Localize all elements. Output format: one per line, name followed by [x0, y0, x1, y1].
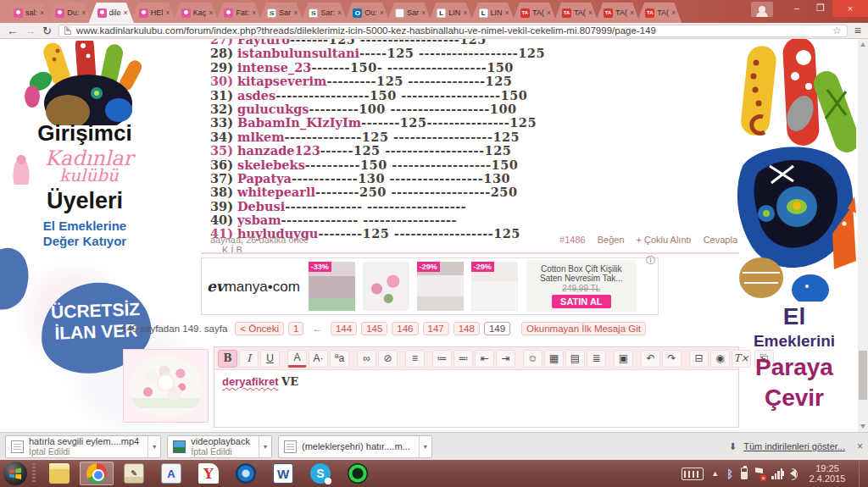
username-link[interactable]: kitapseverim [237, 74, 326, 88]
tab-close-icon[interactable]: × [40, 9, 44, 17]
download-item[interactable]: hatırla sevgili eylem....mp4 İptal Edild… [5, 435, 161, 458]
scrollbar-thumb[interactable] [859, 351, 867, 400]
download-item[interactable]: (meleklerşehri) hatır....m... ▾ [278, 435, 432, 458]
insert-media-button[interactable]: ▤ [565, 350, 585, 368]
tab-close-icon[interactable]: × [588, 9, 593, 17]
tab-close-icon[interactable]: × [337, 9, 342, 17]
username-link[interactable]: BabamIn_KIzIyIm [237, 115, 361, 130]
taskbar-document-icon[interactable]: A [154, 462, 188, 485]
download-menu-caret-icon[interactable]: ▾ [419, 436, 431, 457]
browser-tab[interactable]: Sar × [259, 3, 303, 23]
insert-quote-button[interactable]: ≣ [587, 350, 606, 368]
tab-close-icon[interactable]: × [81, 9, 86, 17]
maximize-button[interactable]: ❐ [809, 0, 832, 15]
tab-close-icon[interactable]: × [547, 9, 551, 17]
taskbar-notes-icon[interactable]: ✎ [117, 462, 151, 485]
tab-close-icon[interactable]: × [124, 9, 128, 17]
username-link[interactable]: intense_23 [237, 60, 311, 75]
taskbar-green-app-icon[interactable] [341, 462, 375, 485]
tab-close-icon[interactable]: × [421, 9, 426, 17]
like-button[interactable]: Beğen [598, 235, 625, 245]
font-family-button[interactable]: ªa [330, 350, 349, 368]
download-menu-caret-icon[interactable]: ▾ [147, 436, 160, 457]
browser-tab[interactable]: TA( × [554, 3, 598, 23]
browser-tab[interactable]: TA( × [512, 3, 557, 23]
download-menu-caret-icon[interactable]: ▾ [259, 436, 271, 457]
mention-link[interactable]: deryafikret [222, 375, 278, 388]
ad-product-thumb[interactable]: -29% [471, 262, 518, 311]
browser-tab[interactable]: Ou: × [344, 3, 390, 23]
page-scrollbar[interactable] [858, 39, 868, 432]
browser-tab[interactable]: Du: × [47, 3, 92, 23]
browser-tab[interactable]: LIN × [470, 3, 515, 23]
browser-tab[interactable]: Kaç × [173, 3, 220, 23]
ad-product-thumb[interactable] [363, 262, 409, 311]
tab-close-icon[interactable]: × [463, 9, 467, 17]
scroll-down-icon[interactable] [860, 424, 865, 429]
tab-close-icon[interactable]: × [630, 9, 634, 17]
username-link[interactable]: hanzade123 [237, 143, 320, 158]
download-item[interactable]: videoplayback İptal Edildi ▾ [167, 435, 272, 458]
tab-close-icon[interactable]: × [380, 9, 384, 17]
address-bar[interactable]: www.kadinlarkulubu.com/forum/index.php?t… [58, 25, 848, 37]
taskbar-clock[interactable]: 19:25 2.4.2015 [807, 463, 848, 484]
minimize-button[interactable]: – [785, 0, 809, 15]
insert-image-button[interactable]: ▦ [544, 350, 564, 368]
bulleted-list-button[interactable]: ≔ [432, 350, 452, 368]
unlink-button[interactable]: ⊘ [378, 350, 398, 368]
username-link[interactable]: Debusi [237, 199, 285, 213]
action-center-flag-icon[interactable] [755, 468, 764, 479]
username-link[interactable]: skelebeks [237, 158, 305, 172]
taskbar-skype-icon[interactable]: S [303, 462, 337, 485]
username-link[interactable]: istanbulunsultani [237, 46, 359, 60]
page-button[interactable]: ← [308, 323, 326, 335]
taskbar-yandex-icon[interactable]: Y [192, 462, 225, 485]
tab-close-icon[interactable]: × [209, 9, 213, 17]
bold-button[interactable]: B [218, 350, 237, 368]
profile-button[interactable] [751, 2, 773, 17]
ad-product-card[interactable]: Cotton Box Çift Kişilik Saten Nevresim T… [526, 261, 637, 312]
scroll-up-icon[interactable] [860, 42, 865, 47]
browser-tab[interactable]: HEl × [131, 3, 176, 23]
taskbar-media-player-icon[interactable] [229, 462, 263, 485]
camera-button[interactable]: ◉ [710, 350, 730, 368]
page-button[interactable]: < Önceki [235, 322, 284, 335]
username-link[interactable]: mlkem [237, 130, 284, 144]
page-button[interactable]: Okunmayan İlk Mesaja Git [521, 322, 646, 335]
redo-button[interactable]: ↷ [662, 350, 682, 368]
outdent-button[interactable]: ⇤ [475, 350, 494, 368]
start-button[interactable] [3, 462, 27, 485]
post-timestamp[interactable]: 26 dakika önce [246, 235, 309, 245]
reload-button[interactable]: ↻ [42, 25, 52, 36]
free-listing-banner-text[interactable]: ÜCRETSİZ İLAN VER [40, 298, 152, 345]
username-link[interactable]: Papatya [237, 171, 292, 185]
post-id-link[interactable]: #1486 [559, 235, 586, 245]
ad-banner[interactable]: evevmanya•commanya•com -33% [201, 257, 659, 315]
battery-icon[interactable] [741, 468, 748, 479]
volume-icon[interactable] [790, 469, 796, 478]
page-button[interactable]: 146 [392, 322, 418, 335]
font-size-button[interactable]: A· [309, 350, 328, 368]
username-link[interactable]: gulucukgs [237, 102, 309, 116]
user-avatar[interactable] [123, 349, 209, 423]
chrome-menu-icon[interactable]: ≡ [854, 24, 861, 37]
insert-link-button[interactable]: ∞ [357, 350, 376, 368]
tab-close-icon[interactable]: × [505, 9, 509, 17]
tab-close-icon[interactable]: × [252, 9, 256, 17]
ad-product-thumb[interactable]: -29% [417, 262, 464, 311]
tab-close-icon[interactable]: × [293, 9, 298, 17]
page-button[interactable]: 147 [423, 322, 449, 335]
ad-brand-logo[interactable]: evevmanya•commanya•com [207, 278, 300, 296]
forward-button[interactable]: → [25, 25, 36, 36]
browser-tab[interactable]: Fat: × [215, 3, 262, 23]
right-sidebar-ad[interactable]: El Emeklerini Paraya Çevir [731, 39, 858, 432]
ad-product-thumb[interactable]: -33% [309, 262, 355, 311]
show-all-downloads-link[interactable]: Tüm indirilenleri göster... [743, 441, 845, 451]
multiquote-button[interactable]: + Çoklu Alıntı [637, 235, 692, 245]
taskbar-explorer-icon[interactable] [42, 462, 76, 485]
browser-tab[interactable]: sal: × [5, 3, 50, 23]
underline-button[interactable]: U [260, 350, 280, 368]
browser-tab[interactable]: TA( × [637, 3, 682, 23]
numbered-list-button[interactable]: ≕ [453, 350, 473, 368]
ad-info-icon[interactable]: ⓘ [646, 254, 655, 267]
